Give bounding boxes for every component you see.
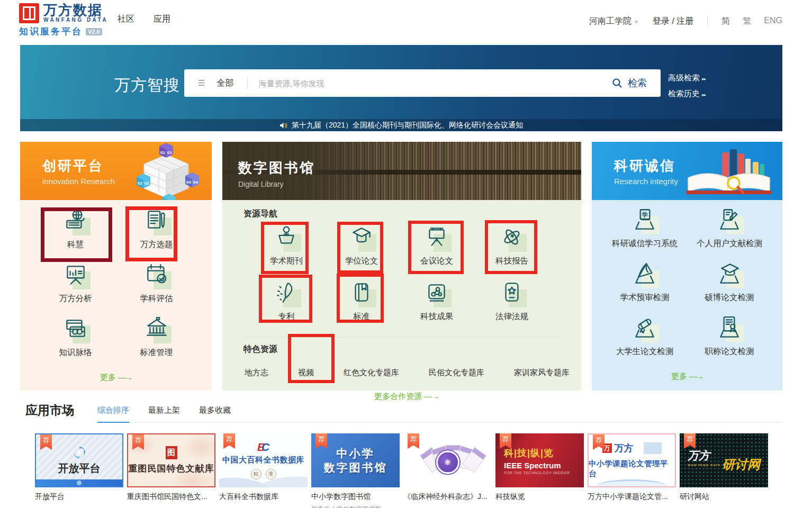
app-card-thumbnail[interactable]: EC中国大百科全书数据库精准荐 — [219, 433, 308, 487]
wanfang-portal-page: 万方数据 WANFANG DATA 知识服务平台 V2.0 社区 应用 河南工学… — [0, 0, 812, 508]
wanfang-logo-icon — [19, 3, 39, 23]
search-scope-dropdown[interactable]: 全部 — [216, 78, 233, 89]
shuobo-icon — [715, 259, 744, 288]
art-title: 科|技|纵|览 — [504, 447, 554, 459]
app-card-thumbnail[interactable]: 万方WAN FANG DATA研讨网荐 — [680, 433, 768, 487]
panel-innovation-header[interactable]: 创研平台 innovation Research 010102020404030… — [20, 142, 212, 200]
search-history-link[interactable]: 检索历史▸▸ — [668, 86, 706, 102]
special-resource-红色文化专题库[interactable]: 红色文化专题库 — [344, 368, 399, 378]
innovation-more-link[interactable]: 更多 —→ — [20, 373, 212, 383]
search-icon — [612, 78, 622, 88]
app-card-2[interactable]: 图重图民国特色文献库荐重庆图书馆民国特色文... — [127, 433, 215, 508]
scope-menu-icon[interactable]: ☰ — [198, 78, 205, 88]
lang-traditional[interactable]: 繁 — [743, 16, 751, 27]
integrity-item-职称论文检测[interactable]: 职称论文检测 — [687, 313, 772, 367]
item-label: 万方选题 — [116, 239, 197, 250]
svg-text:04: 04 — [186, 180, 191, 185]
login-register-link[interactable]: 登录 / 注册 — [653, 16, 693, 27]
advanced-search-link[interactable]: 高级检索▸▸ — [668, 70, 706, 86]
integrity-item-硕博论文检测[interactable]: 硕博论文检测 — [687, 259, 772, 313]
special-resource-地方志[interactable]: 地方志 — [245, 368, 268, 378]
app-card-1[interactable]: 开放平台荐开放平台 — [35, 433, 123, 508]
item-label: 万方分析 — [35, 293, 116, 304]
app-card-6[interactable]: 科|技|纵|览IEEE SpectrumFOR THE TECHNOLOGY I… — [495, 433, 584, 508]
app-card-thumbnail[interactable]: 开放平台荐 — [35, 433, 123, 487]
integrity-item-学术预审检测[interactable]: 学术预审检测 — [602, 259, 687, 313]
app-card-3[interactable]: EC中国大百科全书数据库精准荐大百科全书数据库 — [219, 433, 308, 508]
search-input[interactable] — [257, 78, 598, 88]
app-card-thumbnail[interactable]: 中小学数字图书馆荐 — [311, 433, 400, 487]
zhuanli-icon — [272, 278, 301, 307]
search-button[interactable]: 检索 — [598, 69, 661, 97]
art-title: 开放平台 — [58, 461, 101, 476]
special-resources-title: 特色资源 — [243, 344, 581, 355]
logo[interactable]: 万方数据 WANFANG DATA 知识服务平台 V2.0 — [19, 3, 108, 38]
zhicheng-icon — [715, 313, 744, 342]
app-card-thumbnail[interactable]: 万万方中小学课题论文管理平台荐 — [588, 433, 676, 487]
innovation-item-万方选题[interactable]: 万方选题 — [116, 206, 197, 260]
special-resource-民俗文化专题库[interactable]: 民俗文化专题库 — [429, 368, 484, 378]
nav-apps[interactable]: 应用 — [154, 14, 170, 25]
lang-english[interactable]: ENG — [764, 16, 782, 27]
item-label: 科技报告 — [474, 256, 549, 267]
app-card-thumbnail[interactable]: 科|技|纵|览IEEE SpectrumFOR THE TECHNOLOGY I… — [495, 433, 584, 487]
recommend-badge: 荐 — [684, 433, 696, 449]
more-cooperation-link[interactable]: 更多合作资源 —→ — [243, 392, 571, 402]
special-resource-家训家风专题库[interactable]: 家训家风专题库 — [514, 368, 570, 378]
platform-name: 知识服务平台 — [19, 25, 83, 38]
tab-newest[interactable]: 最新上架 — [148, 405, 180, 422]
innovation-item-标准管理[interactable]: 标准管理 — [116, 314, 197, 368]
innovation-item-万方分析[interactable]: 万方分析 — [35, 260, 116, 314]
resource-item-学位论文[interactable]: 学位论文 — [324, 223, 399, 275]
innovation-item-知识脉络[interactable]: 知识脉络 — [35, 314, 116, 368]
app-card-title: 科技纵览 — [495, 492, 584, 502]
huiyi-icon — [422, 223, 451, 251]
org-selector[interactable]: 河南工学院▼ — [589, 16, 639, 27]
innovation-item-学科评估[interactable]: 学科评估 — [116, 260, 197, 314]
app-card-thumbnail[interactable]: ❋荐 — [403, 433, 492, 487]
special-resource-视频[interactable]: 视频 — [298, 368, 314, 378]
resource-item-专利[interactable]: 专利 — [249, 278, 324, 331]
panel-innovation-body: 科慧万方选题万方分析学科评估知识脉络标准管理 更多 —→ — [20, 200, 212, 391]
panel-title: 创研平台 — [42, 157, 104, 175]
resource-item-标准[interactable]: 标准 — [324, 278, 399, 331]
recommend-badge: 荐 — [40, 434, 52, 450]
smart-search-title: 万方智搜 — [114, 75, 180, 96]
svg-text:01: 01 — [160, 150, 165, 155]
item-label: 个人用户文献检测 — [687, 238, 772, 249]
panel-subtitle: Research integrity — [614, 177, 678, 186]
app-card-title: 重庆图书馆民国特色文... — [127, 492, 215, 502]
innovation-item-科慧[interactable]: 科慧 — [35, 206, 116, 260]
tab-most-collected[interactable]: 最多收藏 — [199, 405, 231, 422]
resource-item-科技成果[interactable]: 科技成果 — [399, 278, 474, 331]
resource-item-会议论文[interactable]: 会议论文 — [399, 223, 474, 275]
seal-badges: 精准 — [251, 469, 276, 479]
app-card-4[interactable]: 中小学数字图书馆荐中小学数字图书馆服务中小学的数字图书馆 — [311, 433, 400, 508]
notice-bar[interactable]: 第十九届（2021）全国核心期刊与期刊国际化、网络化研讨会会议通知 — [20, 119, 782, 131]
panel-digital-library-header[interactable]: 数字图书馆 Digital Library — [222, 142, 581, 200]
integrity-more-link[interactable]: 更多 —→ — [592, 371, 782, 382]
integrity-item-科研诚信学习系统[interactable]: 学科研诚信学习系统 — [602, 205, 687, 259]
open-book-illustration — [679, 143, 779, 200]
resource-item-学术期刊[interactable]: 学术期刊 — [249, 223, 324, 275]
tab-comprehensive-sort[interactable]: 综合排序 — [97, 405, 129, 423]
integrity-item-大学生论文检测[interactable]: 大学生论文检测 — [602, 313, 687, 367]
app-card-7[interactable]: 万万方中小学课题论文管理平台荐万方中小学课题论文管... — [588, 433, 676, 508]
svg-text:02: 02 — [138, 181, 142, 186]
panel-research-integrity-header[interactable]: 科研诚信 Research integrity — [592, 142, 782, 200]
lang-simplified[interactable]: 简 — [721, 16, 730, 27]
double-arrow-icon: ▸▸ — [702, 76, 706, 81]
integrity-item-个人用户文献检测[interactable]: 个人用户文献检测 — [687, 205, 772, 259]
resource-item-科技报告[interactable]: 科技报告 — [474, 223, 549, 275]
app-card-8[interactable]: 万方WAN FANG DATA研讨网荐研讨网站 — [680, 433, 768, 508]
resource-item-法律法规[interactable]: 法律法规 — [474, 278, 549, 331]
art-brand: 万方 — [615, 442, 634, 455]
app-card-5[interactable]: ❋荐《临床神经外科杂志》J... — [403, 433, 492, 508]
nav-community[interactable]: 社区 — [118, 14, 134, 25]
art-strip — [36, 479, 122, 486]
arrow-right-icon: —→ — [118, 373, 132, 382]
version-badge: V2.0 — [86, 28, 102, 35]
xuewei-icon — [347, 223, 376, 251]
app-card-thumbnail[interactable]: 图重图民国特色文献库荐 — [127, 433, 215, 487]
biaozhun-icon — [347, 278, 376, 307]
